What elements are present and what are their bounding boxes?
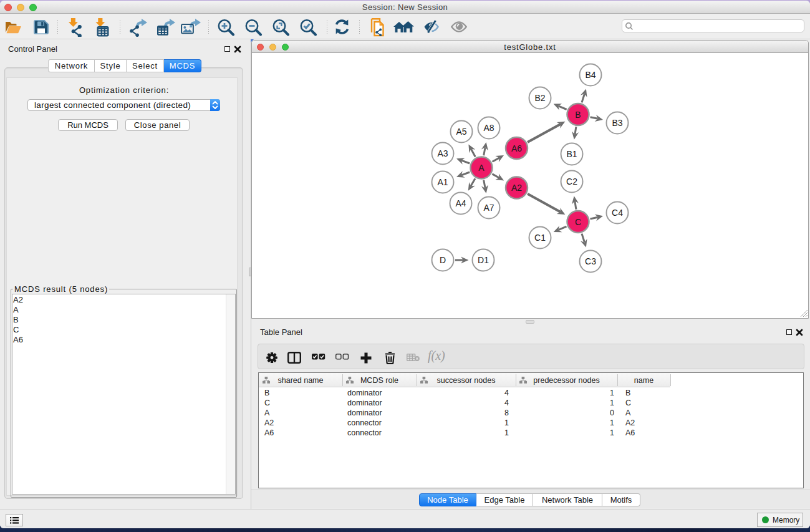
svg-text:C3: C3 [585, 256, 596, 266]
svg-text:A8: A8 [483, 123, 494, 133]
svg-text:A4: A4 [455, 198, 466, 208]
svg-text:C1: C1 [534, 233, 546, 243]
svg-text:A7: A7 [483, 203, 494, 213]
svg-text:B4: B4 [585, 70, 595, 80]
svg-text:B: B [575, 110, 581, 120]
svg-text:A3: A3 [437, 148, 448, 158]
svg-text:C: C [575, 217, 581, 227]
svg-text:A: A [478, 163, 485, 173]
svg-text:D: D [440, 255, 446, 265]
svg-text:A6: A6 [511, 143, 522, 153]
svg-text:D1: D1 [478, 255, 489, 265]
svg-text:C4: C4 [612, 208, 623, 218]
svg-text:A2: A2 [511, 183, 522, 193]
svg-text:A1: A1 [437, 177, 448, 187]
svg-text:B1: B1 [566, 149, 577, 159]
svg-text:C2: C2 [566, 177, 577, 186]
svg-text:B2: B2 [534, 93, 545, 103]
svg-text:B3: B3 [612, 118, 622, 128]
svg-text:A5: A5 [456, 127, 466, 137]
